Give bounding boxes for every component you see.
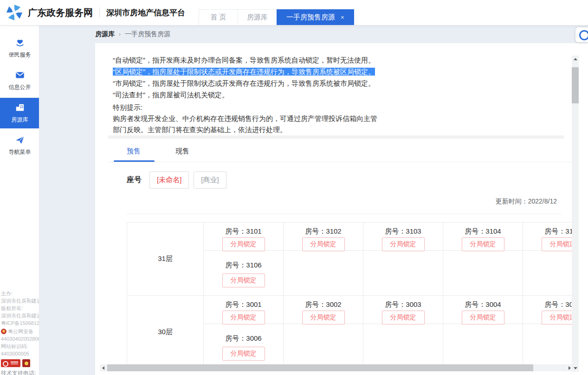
block-filter-label: 座号: [127, 175, 142, 185]
tip-line: 部门反映。主管部门将在查实的基础上，依法进行处理。: [113, 124, 377, 135]
close-icon[interactable]: ×: [341, 14, 344, 21]
table-row: 31层 房号：3101 分局锁定 房号：3102 分局锁定: [127, 222, 572, 296]
district-lock-button[interactable]: 分局锁定: [222, 311, 265, 324]
district-lock-button[interactable]: 分局锁定: [302, 311, 345, 324]
empty-room-cell: [284, 251, 363, 295]
header-divider: [99, 7, 100, 18]
empty-room-cell: [523, 251, 572, 295]
district-lock-button[interactable]: 分局锁定: [382, 237, 425, 251]
portal-brand: 广东政务服务网: [28, 6, 93, 19]
district-lock-button[interactable]: 分局锁定: [222, 273, 265, 287]
room-cell: 房号：3103 分局锁定: [363, 222, 443, 250]
footer-icp: 粤ICP备15068125号: [1, 319, 39, 327]
rooms-table-viewport: 31层 房号：3101 分局锁定 房号：3102 分局锁定: [127, 222, 572, 371]
footer-copyright-label: 版权所有:: [1, 305, 39, 312]
room-cell: 房号：3002 分局锁定: [284, 296, 363, 324]
tab-home[interactable]: 首 页: [199, 9, 238, 25]
room-cell: 房号：3102 分局锁定: [284, 222, 363, 250]
site-error-report-badge[interactable]: [1, 359, 20, 367]
footer-copyright-value: 深圳市住房和建设局: [1, 312, 39, 319]
district-lock-button[interactable]: 分局锁定: [222, 237, 265, 251]
assistant-ring-icon: [579, 30, 588, 40]
empty-room-cell: [363, 251, 443, 295]
sidebar-item-nav-menu[interactable]: 导航菜单: [0, 130, 39, 161]
section-divider: [108, 135, 564, 139]
breadcrumb-separator: ›: [119, 31, 121, 38]
block-filter-row: 座号 [未命名] [商业]: [127, 172, 231, 189]
update-time: 更新时间：2022/8/12: [496, 197, 557, 206]
breadcrumb-current: 一手房预售房源: [125, 30, 170, 38]
district-lock-button[interactable]: 分局锁定: [222, 347, 265, 361]
district-lock-button[interactable]: 分局锁定: [382, 311, 425, 324]
room-cell: 房号：3101 分局锁定: [204, 222, 284, 250]
tab-current-sale[interactable]: 现售: [175, 147, 189, 156]
gov-site-badge[interactable]: [22, 359, 30, 367]
lock-definitions-text: “自动锁定”，指开发商未及时办理合同备案，导致售房系统自动锁定，暂时无法使用。 …: [113, 54, 375, 101]
district-lock-button[interactable]: 分局锁定: [462, 237, 504, 251]
scroll-up-arrow-icon[interactable]: [572, 56, 579, 63]
notice-line: “市局锁定”，指房屋处于限制状态或开发商存在违规行为，导致售房系统被市局锁定。: [113, 77, 375, 89]
footer-host-value: 深圳市住房和建设局: [1, 297, 39, 305]
horizontal-scrollbar[interactable]: [100, 364, 573, 371]
table-top-divider: [127, 214, 562, 214]
tabs-border-line: [108, 162, 572, 162]
site-code-value: 4403000005: [1, 350, 39, 357]
tip-line: 购房者发现开发企业、中介机构存在违规销售行为的，可通过房产管理投诉信箱向主管: [113, 113, 377, 124]
breadcrumb: 房源库 › 一手房预售房源: [39, 25, 588, 43]
room-cell: 房号：3001 分局锁定: [204, 296, 284, 324]
notice-line: “司法查封”，指房屋被司法机关锁定。: [113, 89, 375, 101]
sidebar-item-convenience-services[interactable]: 便民服务: [0, 33, 39, 64]
tab-presale[interactable]: 预售: [127, 147, 141, 156]
security-record-link[interactable]: 粤公网安备: [1, 328, 39, 335]
room-cell: 房号：3106 分局锁定: [204, 251, 284, 295]
sidebar-nav: 便民服务 信息公开: [0, 25, 39, 161]
scroll-left-arrow-icon[interactable]: [100, 364, 107, 371]
room-cell: 房号：3006 分局锁定: [204, 324, 284, 369]
district-lock-button[interactable]: 分局锁定: [542, 237, 572, 251]
room-cell: 房号：3105 分局锁定: [523, 222, 572, 250]
footer-host-label: 主办:: [1, 290, 39, 297]
service-heart-icon: [15, 38, 25, 48]
vertical-scroll-thumb[interactable]: [572, 67, 579, 103]
left-sidebar: 便民服务 信息公开: [0, 25, 39, 375]
sale-type-tabs: 预售 现售: [127, 147, 189, 156]
top-header: 广东政务服务网 深圳市房地产信息平台 首 页 房源库 一手房预售房源 ×: [0, 0, 588, 25]
sidebar-item-info-disclosure[interactable]: 信息公开: [0, 65, 39, 96]
security-record-number: 44030402002800号: [1, 335, 39, 343]
block-option-unnamed[interactable]: [未命名]: [149, 172, 189, 189]
room-cell: 房号：3004 分局锁定: [443, 296, 523, 324]
footer-badges: [1, 359, 39, 367]
room-cell: 房号：3104 分局锁定: [443, 222, 523, 250]
tab-housing-library[interactable]: 房源库: [238, 9, 277, 25]
empty-room-cell: [523, 324, 572, 369]
sidebar-footer: 主办: 深圳市住房和建设局 版权所有: 深圳市住房和建设局 粤ICP备15068…: [1, 290, 39, 375]
room-cell: 房号：3005 分局锁定: [523, 296, 572, 324]
site-code-label: 网站标识码:: [1, 343, 39, 350]
gdzwfw-logo-icon: [6, 4, 23, 21]
district-lock-button[interactable]: 分局锁定: [302, 237, 345, 251]
floating-assistant-button[interactable]: [575, 27, 588, 42]
content-panel: “自动锁定”，指开发商未及时办理合同备案，导致售房系统自动锁定，暂时无法使用。 …: [95, 43, 588, 375]
scroll-down-arrow-icon[interactable]: [572, 365, 579, 372]
mail-icon: [15, 70, 25, 80]
app-window: 广东政务服务网 深圳市房地产信息平台 首 页 房源库 一手房预售房源 ×: [0, 0, 588, 375]
national-emblem-icon: [1, 329, 6, 334]
tab-presale-housing[interactable]: 一手房预售房源 ×: [277, 9, 354, 25]
table-row: 30层 房号：3001 分局锁定 房号：3002 分局锁定: [127, 296, 572, 369]
district-lock-button[interactable]: 分局锁定: [462, 311, 504, 324]
building-icon: [15, 102, 25, 113]
block-option-commercial[interactable]: [商业]: [194, 172, 226, 189]
sidebar-item-housing-library[interactable]: 房源库: [0, 98, 39, 128]
paper-plane-icon: [15, 135, 25, 145]
rooms-table: 31层 房号：3101 分局锁定 房号：3102 分局锁定: [127, 222, 572, 369]
district-lock-button[interactable]: 分局锁定: [542, 311, 572, 324]
floor-label: 30层: [127, 296, 204, 369]
empty-room-cell: [443, 324, 523, 369]
empty-room-cell: [443, 251, 523, 295]
breadcrumb-root[interactable]: 房源库: [95, 30, 115, 38]
main-region: 房源库 › 一手房预售房源 “自动锁定”，指开发商未及时办理合同备案，导致售房系…: [39, 25, 588, 375]
floor-label: 31层: [127, 222, 204, 295]
support-phone-label: 技术支持电话:: [1, 369, 39, 375]
vertical-scrollbar[interactable]: [572, 56, 579, 372]
horizontal-scroll-thumb[interactable]: [107, 364, 533, 371]
